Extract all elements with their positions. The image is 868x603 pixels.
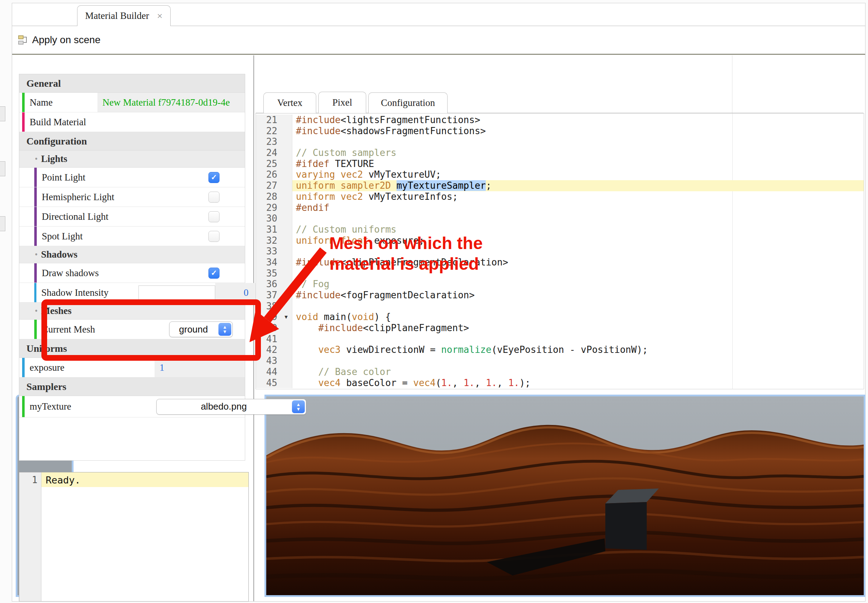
code-line[interactable]: 30 [256,213,864,224]
draw-shadows-checkbox[interactable]: ✓ [209,267,220,279]
tab-vertex[interactable]: Vertex [263,93,316,113]
stepper-down-icon: ▼ [296,407,301,411]
build-material-label: Build Material [29,117,86,128]
code-line[interactable]: 29#endif [256,202,864,213]
close-icon[interactable]: × [157,10,163,22]
exposure-label: exposure [29,362,155,373]
code-line[interactable]: 31// Custom uniforms [256,224,864,235]
current-mesh-label: Current Mesh [42,324,95,335]
tab-material-builder-label: Material Builder [85,10,149,22]
code-line[interactable]: 37#include<fogFragmentDeclaration> [256,290,864,301]
collapse-bullet-icon: • [35,155,37,163]
group-shadows-label: Shadows [41,249,77,260]
exposure-value-field[interactable]: 1 [155,358,245,377]
current-mesh-select[interactable]: ground ▲ ▼ [169,322,233,337]
console-body: Ready. [42,472,248,601]
shader-code-editor[interactable]: 21#include<lightsFragmentFunctions>22#in… [255,113,864,389]
section-general-header: General [19,74,245,93]
group-shadows-header[interactable]: • Shadows [19,246,245,263]
code-line[interactable]: 26varying vec2 vMyTextureUV; [256,169,864,180]
section-general-label: General [26,78,61,89]
group-meshes-header[interactable]: • Meshes [19,303,245,320]
name-value-field[interactable]: New Material f7974187-0d19-4e [97,93,245,112]
code-line[interactable]: 35 [256,268,864,279]
code-line[interactable]: 24// Custom samplers [256,147,864,158]
mytexture-row: myTexture albedo.png ▲ ▼ [19,396,245,417]
code-line[interactable]: 42 vec3 viewDirectionW = normalize(vEyeP… [256,344,864,356]
section-uniforms-header: Uniforms [19,339,245,358]
select-stepper-icon[interactable]: ▲ ▼ [292,400,305,413]
spot-light-checkbox[interactable]: ✓ [209,231,220,242]
code-line[interactable]: 45 vec4 baseColor = vec4(1., 1., 1., 1.)… [256,377,864,388]
mytexture-label: myTexture [29,401,71,412]
section-configuration-header: Configuration [19,132,245,151]
row-color-bar [22,93,25,112]
code-line[interactable]: 32uniform float exposure; [256,235,864,246]
section-uniforms-label: Uniforms [26,343,67,354]
row-color-bar [34,283,36,302]
cube-front-face [605,502,647,550]
mytexture-select[interactable]: albedo.png ▲ ▼ [156,399,306,414]
point-light-label: Point Light [42,172,85,183]
stepper-up-icon: ▲ [296,402,301,407]
code-line[interactable]: 33 [256,246,864,257]
hemispheric-light-label: Hemispheric Light [42,192,114,203]
top-tab-bar: Preview Material Builder × [12,3,865,26]
name-label: Name [29,97,97,108]
collapsed-panel-handle[interactable] [0,216,5,231]
tab-pixel[interactable]: Pixel [318,92,366,113]
code-line[interactable]: 36// Fog [256,279,864,290]
code-line[interactable]: 28uniform vec2 vMyTextureInfos; [256,191,864,202]
code-line[interactable]: 21#include<lightsFragmentFunctions> [256,114,864,125]
spot-light-label: Spot Light [42,231,83,242]
current-mesh-value: ground [170,324,217,335]
directional-light-checkbox[interactable]: ✓ [209,211,220,222]
hemispheric-light-checkbox[interactable]: ✓ [209,192,220,203]
code-line[interactable]: 40 #include<clipPlaneFragment> [256,323,864,334]
collapsed-panel-handle[interactable] [0,106,5,121]
draw-shadows-row: Draw shadows ✓ [19,263,245,283]
name-row: Name New Material f7974187-0d19-4e [19,93,245,112]
row-color-bar [34,187,37,207]
point-light-row: Point Light ✓ [19,168,245,187]
log-console: 1 Ready. [19,472,249,601]
group-lights-header[interactable]: • Lights [19,151,245,168]
tab-vertex-label: Vertex [277,97,302,108]
code-line[interactable]: 41 [256,334,864,345]
select-stepper-icon[interactable]: ▲ ▼ [218,323,231,336]
code-line[interactable]: 39▾void main(void) { [256,311,864,323]
tab-material-builder[interactable]: Material Builder × [77,5,170,26]
fold-caret-icon[interactable]: ▾ [280,311,292,323]
check-icon: ✓ [211,173,217,182]
row-color-bar [34,263,37,283]
code-line[interactable]: 25#ifdef TEXTURE [256,158,864,170]
exposure-row: exposure 1 [19,358,245,377]
scene-render [266,396,864,595]
code-line[interactable]: 43 [256,356,864,366]
spot-light-row: Spot Light ✓ [19,227,245,246]
tab-configuration[interactable]: Configuration [368,93,447,113]
row-color-bar [34,320,37,339]
row-color-bar [22,112,25,131]
scene-preview-viewport[interactable] [265,394,865,597]
panel-splitter[interactable] [254,55,254,601]
code-line[interactable]: 38 [256,301,864,312]
code-line[interactable]: 22#include<shadowsFragmentFunctions> [256,125,864,137]
code-line[interactable]: 34#include<clipPlaneFragmentDeclaration> [256,257,864,268]
shader-tab-bar: Vertex Pixel Configuration [255,90,863,113]
build-material-button[interactable]: Build Material [19,112,245,132]
section-samplers-label: Samplers [26,381,67,393]
apply-on-scene-button[interactable]: Apply on scene [18,34,100,46]
collapsed-panel-handle[interactable] [0,161,5,176]
shadow-intensity-row: Shadow Intensity 0 [19,283,245,303]
properties-panel: General Name New Material f7974187-0d19-… [19,74,245,461]
code-line[interactable]: 44 // Base color [256,366,864,377]
directional-light-label: Directional Light [42,211,108,222]
collapse-bullet-icon: • [35,307,37,315]
point-light-checkbox[interactable]: ✓ [209,172,220,183]
row-color-bar [22,358,25,377]
shadow-intensity-input[interactable] [138,286,215,300]
code-line[interactable]: 23 [256,136,864,147]
mytexture-value: albedo.png [157,401,291,412]
code-line[interactable]: 27uniform sampler2D myTextureSampler; [256,180,864,191]
